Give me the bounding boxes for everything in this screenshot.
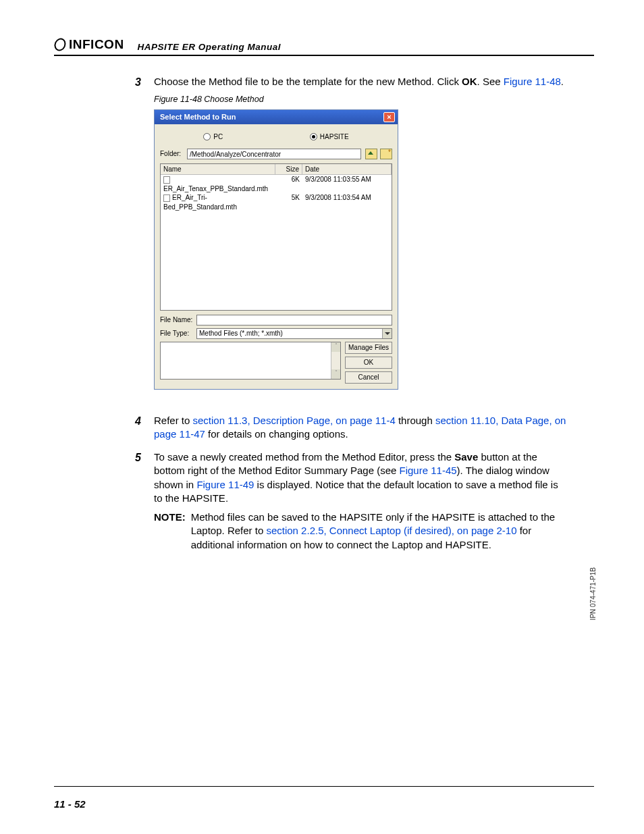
step-number: 3: [135, 75, 144, 405]
file-list-header: Name Size Date: [161, 164, 392, 176]
folder-label: Folder:: [160, 149, 183, 159]
text: . See: [477, 76, 504, 87]
file-list[interactable]: Name Size Date ER_Air_Tenax_PPB_Standard…: [160, 163, 392, 311]
new-folder-icon[interactable]: [380, 149, 392, 159]
scroll-down-icon[interactable]: ˅: [331, 369, 340, 379]
xref-section-2-2-5[interactable]: section 2.2.5, Connect Laptop (if desire…: [266, 525, 516, 536]
col-name[interactable]: Name: [161, 164, 275, 175]
select-method-dialog: Select Method to Run × PC HAPSITE: [154, 109, 398, 390]
brand-text: INFICON: [69, 37, 124, 52]
file-name-label: File Name:: [160, 315, 194, 325]
ipn-code: IPN 074-471-P1B: [589, 567, 597, 620]
file-type-label: File Type:: [160, 329, 194, 338]
file-row[interactable]: ER_Air_Tri-Bed_PPB_Standard.mth 5K 9/3/2…: [161, 193, 392, 211]
step-number: 4: [135, 414, 144, 442]
message-area: ˄ ˅: [160, 342, 341, 380]
xref-figure-11-48[interactable]: Figure 11-48: [504, 76, 561, 87]
chevron-down-icon: [382, 329, 392, 338]
file-type-value: Method Files (*.mth; *.xmth): [199, 329, 283, 338]
folder-up-icon[interactable]: [365, 149, 377, 159]
scroll-up-icon[interactable]: ˄: [331, 342, 340, 352]
col-date[interactable]: Date: [302, 164, 392, 175]
step-4: 4 Refer to section 11.3, Description Pag…: [135, 414, 567, 442]
radio-label: HAPSITE: [320, 132, 349, 142]
bold-ok: OK: [462, 76, 477, 87]
close-icon[interactable]: ×: [383, 112, 395, 122]
step-body: Refer to section 11.3, Description Page,…: [154, 414, 567, 442]
scrollbar[interactable]: ˄ ˅: [331, 342, 340, 379]
main-content: 3 Choose the Method file to be the templ…: [135, 75, 567, 552]
note-label: NOTE:: [154, 511, 186, 552]
radio-icon: [310, 133, 317, 140]
note: NOTE: Method files can be saved to the H…: [154, 511, 567, 552]
footer-rule: [54, 786, 594, 787]
step-number: 5: [135, 450, 144, 552]
note-body: Method files can be saved to the HAPSITE…: [191, 511, 567, 552]
file-type-combo[interactable]: Method Files (*.mth; *.xmth): [196, 328, 392, 339]
cancel-button[interactable]: Cancel: [345, 371, 392, 384]
radio-label: PC: [213, 132, 223, 142]
file-row[interactable]: ER_Air_Tenax_PPB_Standard.mth 6K 9/3/200…: [161, 175, 392, 193]
file-icon: [163, 176, 170, 184]
manual-subtitle: HAPSITE ER Operating Manual: [138, 42, 281, 52]
text: Choose the Method file to be the templat…: [154, 76, 462, 87]
xref-figure-11-45[interactable]: Figure 11-45: [400, 465, 457, 476]
text: for details on changing options.: [205, 428, 348, 440]
figure-caption: Figure 11-48 Choose Method: [154, 94, 567, 105]
radio-icon: [203, 133, 211, 140]
text: Refer to: [154, 415, 193, 426]
text: through: [396, 415, 435, 426]
radio-pc[interactable]: PC: [203, 132, 223, 142]
file-date: 9/3/2008 11:03:54 AM: [302, 193, 392, 211]
text: To save a newly created method from the …: [154, 451, 454, 463]
text: .: [561, 76, 564, 87]
xref-figure-11-49[interactable]: Figure 11-49: [196, 479, 254, 490]
step-5: 5 To save a newly created method from th…: [135, 450, 567, 552]
page-number: 11 - 52: [54, 798, 86, 810]
step-3: 3 Choose the Method file to be the templ…: [135, 75, 567, 405]
brand-logo: INFICON: [54, 37, 124, 52]
step-body: Choose the Method file to be the templat…: [154, 75, 567, 405]
folder-input[interactable]: /Method/Analyze/Concentrator: [187, 149, 361, 159]
ok-button[interactable]: OK: [345, 357, 392, 369]
location-radio-group: PC HAPSITE: [160, 128, 392, 149]
manage-files-button[interactable]: Manage Files: [345, 342, 392, 354]
dialog-title: Select Method to Run: [160, 112, 236, 122]
bold-save: Save: [454, 451, 478, 463]
col-size[interactable]: Size: [275, 164, 302, 175]
folder-value: /Method/Analyze/Concentrator: [190, 151, 281, 158]
xref-section-11-3[interactable]: section 11.3, Description Page, on page …: [193, 415, 396, 426]
file-size: 6K: [275, 175, 302, 193]
file-name: ER_Air_Tenax_PPB_Standard.mth: [163, 185, 268, 192]
logo-mark-icon: [52, 36, 68, 52]
file-icon: [163, 194, 170, 202]
step-body: To save a newly created method from the …: [154, 450, 567, 552]
file-size: 5K: [275, 193, 302, 211]
file-date: 9/3/2008 11:03:55 AM: [302, 175, 392, 193]
page-header: INFICON HAPSITE ER Operating Manual: [54, 37, 594, 56]
dialog-titlebar: Select Method to Run ×: [155, 110, 398, 124]
file-name: ER_Air_Tri-Bed_PPB_Standard.mth: [163, 194, 237, 211]
radio-hapsite[interactable]: HAPSITE: [310, 132, 349, 142]
file-name-input[interactable]: [196, 315, 392, 325]
